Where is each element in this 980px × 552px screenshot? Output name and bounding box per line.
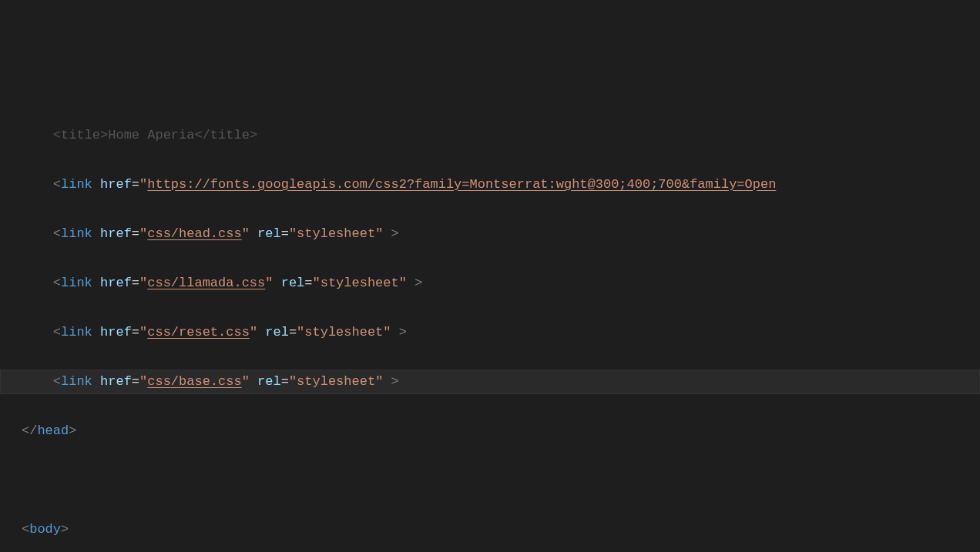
href-base-css: css/base.css <box>147 374 241 389</box>
code-line[interactable]: <link href="css/reset.css" rel="styleshe… <box>0 320 980 345</box>
code-line[interactable]: </head> <box>0 419 980 443</box>
tag-title-open: title <box>61 128 100 142</box>
tag-body: body <box>29 522 61 537</box>
href-llamada-css: css/llamada.css <box>147 276 265 290</box>
tag-link: link <box>61 177 92 192</box>
href-head-css: css/head.css <box>147 226 241 241</box>
code-line[interactable]: <link href="https://fonts.googleapis.com… <box>0 172 980 197</box>
code-editor[interactable]: <title>Home Aperia</title> <link href="h… <box>0 99 980 552</box>
tag-head-close: head <box>37 423 69 438</box>
code-line-active[interactable]: <link href="css/base.css" rel="styleshee… <box>0 370 980 394</box>
code-line[interactable]: <body> <box>0 517 980 542</box>
title-text: Home Aperia <box>108 128 194 142</box>
code-line[interactable] <box>0 468 980 493</box>
code-line[interactable]: <link href="css/head.css" rel="styleshee… <box>0 222 980 246</box>
href-reset-css: css/reset.css <box>147 325 250 340</box>
code-line[interactable]: <link href="css/llamada.css" rel="styles… <box>0 271 980 296</box>
code-line[interactable]: <title>Home Aperia</title> <box>0 123 980 148</box>
href-google-fonts: https://fonts.googleapis.com/css2?family… <box>147 177 776 192</box>
